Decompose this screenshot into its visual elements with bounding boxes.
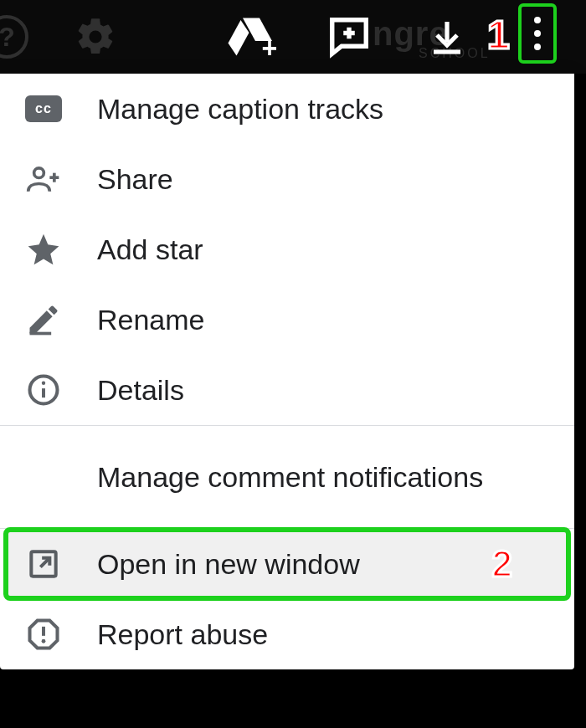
svg-text:+: + bbox=[262, 33, 277, 62]
menu-item-rename[interactable]: Rename bbox=[0, 285, 574, 355]
video-topbar: ngre SCHOOL ? + 1 bbox=[0, 0, 586, 74]
menu-item-manage-captions[interactable]: cc Manage caption tracks bbox=[0, 74, 574, 144]
download-icon[interactable] bbox=[427, 17, 467, 57]
menu-label: Details bbox=[97, 374, 184, 407]
svg-point-3 bbox=[34, 168, 44, 178]
help-icon[interactable]: ? bbox=[0, 15, 28, 59]
menu-item-add-star[interactable]: Add star bbox=[0, 214, 574, 285]
info-icon bbox=[23, 370, 64, 410]
star-icon bbox=[23, 229, 64, 269]
menu-label: Open in new window bbox=[97, 548, 360, 581]
menu-label: Add star bbox=[97, 233, 203, 266]
menu-label: Manage caption tracks bbox=[97, 93, 383, 126]
report-icon bbox=[23, 614, 64, 654]
menu-item-manage-comment-notifications[interactable]: Manage comment notifications bbox=[0, 426, 574, 528]
annotation-step-1: 1 bbox=[487, 12, 510, 58]
more-options-highlight bbox=[518, 3, 557, 64]
add-to-drive-icon[interactable]: + bbox=[226, 17, 276, 57]
menu-item-details[interactable]: Details bbox=[0, 355, 574, 425]
menu-label: Share bbox=[97, 163, 173, 196]
menu-label: Rename bbox=[97, 304, 205, 336]
more-options-icon[interactable] bbox=[534, 17, 541, 50]
menu-item-report-abuse[interactable]: Report abuse bbox=[0, 599, 574, 669]
person-add-icon bbox=[23, 159, 64, 199]
context-menu: cc Manage caption tracks Share Add star … bbox=[0, 74, 574, 669]
menu-label: Report abuse bbox=[97, 618, 268, 651]
settings-icon[interactable] bbox=[74, 15, 117, 59]
svg-rect-6 bbox=[30, 332, 52, 336]
svg-point-13 bbox=[42, 639, 46, 643]
add-comment-icon[interactable] bbox=[326, 14, 372, 59]
annotation-step-2: 2 bbox=[492, 543, 512, 585]
menu-label: Manage comment notifications bbox=[97, 461, 483, 494]
open-in-new-icon bbox=[23, 544, 64, 584]
cc-icon: cc bbox=[23, 89, 64, 129]
pencil-icon bbox=[23, 300, 64, 340]
svg-point-9 bbox=[42, 382, 45, 385]
menu-item-share[interactable]: Share bbox=[0, 144, 574, 214]
menu-item-open-new-window[interactable]: Open in new window 2 bbox=[0, 529, 574, 599]
